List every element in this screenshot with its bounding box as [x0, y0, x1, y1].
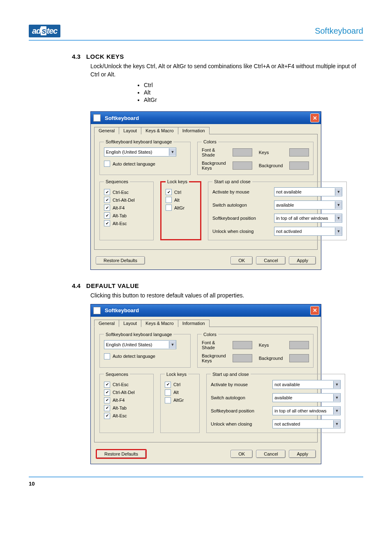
label-background: Background [259, 163, 283, 168]
page-header: adstec Softkeyboard [29, 25, 363, 41]
label-unlock-closing: Unlock when closing [212, 229, 270, 234]
chevron-down-icon: ▼ [333, 394, 340, 401]
chk-alt-esc[interactable] [104, 220, 110, 226]
tab-keys-macro[interactable]: Keys & Macro [141, 320, 178, 327]
legend-startup: Start up and close [212, 179, 252, 184]
page-number: 10 [29, 481, 35, 487]
swatch-background[interactable] [289, 354, 309, 362]
chevron-down-icon: ▼ [169, 341, 176, 348]
auto-detect-checkbox[interactable] [104, 353, 110, 359]
language-select[interactable]: English (United States) ▼ [104, 340, 176, 349]
select-autologon[interactable]: available▼ [272, 393, 341, 402]
tab-layout[interactable]: Layout [119, 127, 141, 134]
chk-alt-tab[interactable] [104, 405, 110, 411]
chk-ctrl-esc[interactable] [104, 189, 110, 195]
legend-language: Softkeyboard keyboard language [104, 139, 173, 144]
select-unlock[interactable]: not activated▼ [272, 419, 341, 428]
swatch-font-shade[interactable] [233, 341, 252, 349]
close-button[interactable]: ✕ [310, 113, 319, 122]
swatch-bg-keys[interactable] [233, 161, 252, 170]
fieldset-startup-close: Start up and close Activate by mouse not… [206, 372, 345, 433]
chevron-down-icon: ▼ [335, 201, 342, 209]
window-title: Softkeyboard [105, 115, 139, 121]
swatch-font-shade[interactable] [233, 148, 252, 157]
section-number: 4.4 [72, 282, 81, 289]
fieldset-sequences: Sequences Ctrl-Esc Ctrl-Alt-Del Alt-F4 A… [99, 179, 154, 240]
fieldset-lock-keys: Lock keys Ctrl Alt AltGr [160, 372, 200, 433]
label-font-shade: Font & Shade [202, 147, 226, 157]
tab-keys-macro[interactable]: Keys & Macro [141, 127, 178, 134]
tab-general[interactable]: General [94, 127, 119, 134]
chk-ctrl-esc[interactable] [104, 382, 110, 388]
chevron-down-icon: ▼ [333, 407, 340, 415]
section-number: 4.3 [72, 53, 81, 60]
apply-button[interactable]: Apply [289, 450, 316, 458]
header-title: Softkeyboard [315, 26, 363, 36]
chk-alt-f4[interactable] [104, 205, 110, 211]
chevron-down-icon: ▼ [169, 148, 176, 156]
auto-detect-checkbox[interactable] [104, 161, 110, 167]
chk-lock-alt[interactable] [165, 389, 171, 396]
button-row: Restore Defaults OK Cancel Apply [91, 446, 321, 464]
cancel-button[interactable]: Cancel [256, 256, 286, 265]
titlebar: Softkeyboard ✕ [91, 304, 321, 317]
select-position[interactable]: in top of all other windows▼ [272, 406, 341, 415]
select-unlock[interactable]: not activated▼ [274, 227, 342, 236]
button-row: Restore Defaults OK Cancel Apply [91, 253, 321, 269]
restore-defaults-button[interactable]: Restore Defaults [96, 449, 147, 459]
ok-button[interactable]: OK [231, 256, 253, 265]
chk-alt-esc[interactable] [104, 413, 110, 419]
legend-colors: Colors [202, 332, 218, 337]
bullet-list: Ctrl Alt AltGr [144, 82, 363, 103]
chevron-down-icon: ▼ [335, 228, 342, 235]
softkeyboard-dialog-1: Softkeyboard ✕ General Layout Keys & Mac… [90, 111, 321, 270]
legend-sequences: Sequences [104, 179, 130, 184]
label-keys-color: Keys [259, 150, 283, 155]
select-activate-mouse[interactable]: not available▼ [274, 187, 342, 196]
section-head-4-4: 4.4 DEFAULT VALUE [72, 282, 363, 289]
select-autologon[interactable]: available▼ [274, 200, 342, 210]
chk-lock-alt[interactable] [166, 197, 172, 203]
legend-lock-keys: Lock keys [166, 179, 189, 184]
chk-ctrl-alt-del[interactable] [104, 197, 110, 203]
label-position: Softkeyboard position [212, 216, 270, 221]
swatch-background[interactable] [289, 161, 309, 170]
chk-alt-tab[interactable] [104, 212, 110, 219]
language-select[interactable]: English (United States) ▼ [104, 147, 176, 157]
chk-lock-altgr[interactable] [166, 205, 172, 211]
close-button[interactable]: ✕ [310, 306, 319, 315]
language-value: English (United States) [106, 150, 152, 154]
softkeyboard-dialog-2: Softkeyboard ✕ General Layout Keys & Mac… [90, 304, 321, 464]
section-title: DEFAULT VALUE [86, 282, 139, 289]
swatch-keys[interactable] [289, 341, 309, 349]
apply-button[interactable]: Apply [289, 256, 316, 265]
bullet-item: Alt [144, 89, 363, 96]
fieldset-language: Softkeyboard keyboard language English (… [99, 139, 191, 175]
chk-lock-ctrl[interactable] [166, 189, 172, 195]
restore-defaults-button[interactable]: Restore Defaults [96, 256, 145, 265]
tab-general[interactable]: General [94, 320, 119, 327]
language-value: English (United States) [106, 342, 152, 347]
fieldset-lock-keys: Lock keys Ctrl Alt AltGr [160, 179, 201, 240]
cancel-button[interactable]: Cancel [256, 450, 286, 458]
select-position[interactable]: in top of all other windows▼ [274, 214, 342, 223]
tab-information[interactable]: Information [178, 127, 210, 134]
select-activate-mouse[interactable]: not available▼ [272, 380, 341, 389]
ok-button[interactable]: OK [231, 450, 253, 458]
chevron-down-icon: ▼ [335, 188, 342, 196]
bullet-item: AltGr [144, 97, 363, 103]
chk-ctrl-alt-del[interactable] [104, 389, 110, 396]
section-title: LOCK KEYS [86, 53, 124, 60]
section-head-4-3: 4.3 LOCK KEYS [72, 53, 363, 60]
auto-detect-label: Auto detect language [113, 161, 155, 166]
logo: adstec [29, 25, 60, 37]
chk-lock-altgr[interactable] [165, 397, 171, 403]
swatch-bg-keys[interactable] [233, 354, 252, 362]
tab-layout[interactable]: Layout [119, 320, 141, 327]
chk-lock-ctrl[interactable] [165, 382, 171, 388]
tab-information[interactable]: Information [178, 320, 210, 327]
window-title: Softkeyboard [105, 307, 139, 313]
fieldset-colors: Colors Font & Shade Keys Background Keys… [197, 332, 314, 368]
chk-alt-f4[interactable] [104, 397, 110, 403]
swatch-keys[interactable] [289, 148, 309, 157]
